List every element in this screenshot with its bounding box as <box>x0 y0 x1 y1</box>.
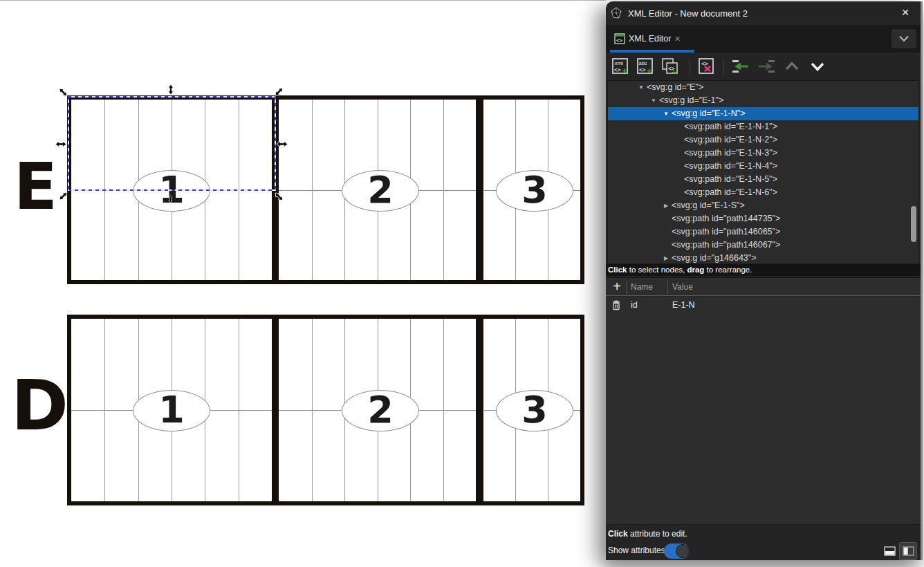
panel-number-ellipse[interactable]: 3 <box>496 390 573 431</box>
attributes-table: idE-1-N <box>606 297 921 524</box>
inkscape-window: E123D123 XML Editor - New document 2 <box>0 0 924 567</box>
panel-row-D[interactable]: 123 <box>67 315 584 505</box>
scale-handle-bottom[interactable] <box>165 193 177 205</box>
unindent-node-button[interactable] <box>730 56 751 77</box>
new-text-node-button[interactable]: abc <> + <box>635 56 656 77</box>
close-icon[interactable]: × <box>897 4 914 21</box>
indent-node-button[interactable] <box>756 56 777 77</box>
expander-open-icon[interactable]: ▼ <box>648 94 659 107</box>
tab-label: XML Editor <box>629 34 671 44</box>
new-element-node-button[interactable]: xml <> + <box>610 56 631 77</box>
add-attribute-button[interactable]: + <box>609 278 625 296</box>
tree-node-label: <svg:path id="path146065"> <box>672 227 780 236</box>
tree-node[interactable]: ▶<svg:g id="E-1-S"> <box>608 199 918 212</box>
attr-value-header: Value <box>672 278 693 296</box>
attribute-row[interactable]: idE-1-N <box>606 297 921 313</box>
inkscape-logo-icon <box>610 7 622 19</box>
expander-open-icon[interactable]: ▼ <box>660 107 672 120</box>
tree-node-label: <svg:path id="E-1-N-5"> <box>684 174 777 184</box>
tree-status-text: Click to select nodes, drag to rearrange… <box>606 264 921 276</box>
attr-name-header: Name <box>631 278 653 296</box>
svg-text:<>: <> <box>614 67 621 73</box>
tree-node-label: <svg:path id="E-1-N-6"> <box>684 187 777 197</box>
tree-node-label: <svg:path id="path146067"> <box>672 240 780 250</box>
panel-number-ellipse[interactable]: 1 <box>133 390 210 431</box>
tree-node[interactable]: <svg:path id="path146065"> <box>608 225 918 239</box>
xml-toolbar: xml <> + abc <> + <> + <box>606 53 921 80</box>
panel-number-ellipse[interactable]: 2 <box>342 170 419 212</box>
svg-text:<>: <> <box>639 67 646 73</box>
dialog-title: XML Editor - New document 2 <box>628 8 748 19</box>
dialog-titlebar[interactable]: XML Editor - New document 2 × <box>606 1 921 25</box>
tree-node-label: <svg:g id="g146643"> <box>672 253 757 263</box>
attr-edit-hint: Click attribute to edit. <box>608 529 687 539</box>
svg-text:xml: xml <box>615 60 624 66</box>
toolbar-separator <box>723 58 724 75</box>
tree-node-label: <svg:path id="E-1-N-4"> <box>684 161 777 171</box>
tree-node[interactable]: ▼<svg:g id="E"> <box>608 81 918 94</box>
tree-node-label: <svg:g id="E-1"> <box>659 95 723 105</box>
tree-node[interactable]: <svg:path id="E-1-N-1"> <box>608 120 918 133</box>
delete-attribute-icon[interactable] <box>611 299 621 316</box>
scale-handle-right[interactable] <box>276 138 288 150</box>
move-node-up-button[interactable] <box>782 56 802 77</box>
show-attributes-toggle[interactable] <box>664 543 690 559</box>
duplicate-node-button[interactable]: <> + <box>660 56 681 77</box>
tree-scrollbar[interactable] <box>911 206 916 242</box>
scale-handle-left[interactable] <box>55 138 67 150</box>
tab-xml-editor[interactable]: <> XML Editor × <box>610 28 685 50</box>
tree-node[interactable]: <svg:path id="E-1-N-6"> <box>608 186 918 199</box>
toggle-knob <box>676 544 690 558</box>
show-attributes-label: Show attributes <box>608 546 665 555</box>
panel-number-ellipse[interactable]: 3 <box>496 170 573 212</box>
tree-node[interactable]: ▼<svg:g id="E-1-N"> <box>608 107 918 120</box>
expander-open-icon[interactable]: ▼ <box>636 81 647 94</box>
canvas-top-edge <box>0 0 606 1</box>
svg-text:<>: <> <box>701 60 708 67</box>
row-label-D: D <box>11 371 68 440</box>
tree-node-label: <svg:path id="E-1-N-1"> <box>684 122 777 131</box>
header-separator <box>667 280 668 294</box>
tree-node[interactable]: <svg:path id="E-1-N-5"> <box>608 173 918 186</box>
attribute-name[interactable]: id <box>631 297 638 313</box>
panel-number-ellipse[interactable]: 1 <box>133 170 210 212</box>
expander-closed-icon[interactable]: ▶ <box>660 199 672 212</box>
panel-number: 3 <box>521 391 548 429</box>
move-node-down-button[interactable] <box>807 56 828 77</box>
chevron-down-icon[interactable] <box>891 29 916 48</box>
expander-closed-icon[interactable]: ▶ <box>660 252 672 264</box>
xml-editor-tab-icon: <> <box>614 33 625 44</box>
tree-node-label: <svg:g id="E-1-S"> <box>672 201 745 210</box>
tree-node-label: <svg:path id="E-1-N-2"> <box>684 135 777 145</box>
tree-node-label: <svg:g id="E-1-N"> <box>672 109 746 118</box>
delete-node-button[interactable]: <> <box>696 56 717 77</box>
tab-close-icon[interactable]: × <box>674 34 680 44</box>
attribute-value[interactable]: E-1-N <box>672 297 695 313</box>
row-label-E: E <box>14 156 57 219</box>
svg-text:+: + <box>647 66 652 75</box>
layout-vertical-icon[interactable] <box>899 542 917 560</box>
tree-node[interactable]: <svg:path id="E-1-N-3"> <box>608 147 918 160</box>
tree-node[interactable]: <svg:path id="E-1-N-4"> <box>608 160 918 173</box>
tree-node[interactable]: <svg:path id="E-1-N-2"> <box>608 133 918 147</box>
panel-number: 1 <box>158 391 185 429</box>
panel-number: 2 <box>367 171 394 209</box>
attributes-header: + Name Value <box>606 277 921 296</box>
tree-node-label: <svg:g id="E"> <box>647 82 703 92</box>
tree-node-label: <svg:path id="E-1-N-3"> <box>684 148 777 158</box>
header-separator <box>627 280 627 294</box>
tree-node[interactable]: ▼<svg:g id="E-1"> <box>608 94 918 107</box>
tree-node[interactable]: <svg:path id="path144735"> <box>608 212 918 225</box>
xml-editor-dialog: XML Editor - New document 2 × <> XML Edi… <box>606 1 923 560</box>
selection-bbox-bottom <box>68 189 276 191</box>
xml-node-tree: ▼<svg:g id="E">▼<svg:g id="E-1">▼<svg:g … <box>607 80 919 264</box>
toolbar-separator <box>690 58 690 75</box>
layout-horizontal-icon[interactable] <box>880 542 898 560</box>
selection-bbox-top <box>68 96 276 97</box>
tree-node[interactable]: <svg:path id="path146067"> <box>608 239 918 252</box>
scale-handle-top[interactable] <box>165 83 177 95</box>
panel-number-ellipse[interactable]: 2 <box>342 390 419 431</box>
tree-node[interactable]: ▶<svg:g id="g146643"> <box>608 252 918 264</box>
panel-number: 2 <box>367 391 394 429</box>
svg-text:<>: <> <box>616 37 623 44</box>
